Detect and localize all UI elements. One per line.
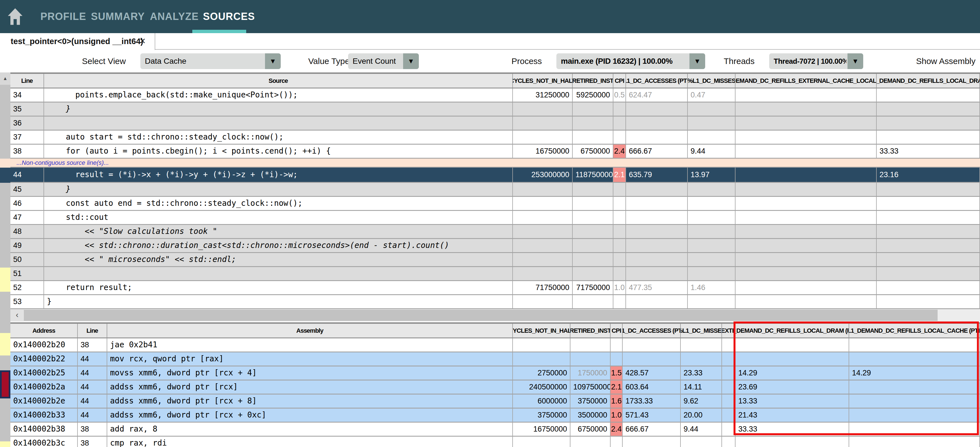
column-header-miss[interactable]: %L1_DC_MISSES [681, 324, 722, 337]
cell-cpi[interactable] [613, 225, 626, 238]
scrollbar-thumb[interactable] [24, 310, 938, 321]
cell-dram[interactable]: 23.16 [877, 168, 980, 182]
cell-code[interactable]: << "Slow calculations took " [44, 225, 513, 238]
cell-retired[interactable] [573, 211, 613, 224]
cell-cycles[interactable]: 16750000 [513, 423, 570, 436]
source-row-38[interactable]: 38 for (auto i = points.cbegin(); i < po… [10, 145, 980, 159]
document-tab[interactable]: test_pointer<0>(unsigned __int64) ✕ [0, 33, 155, 50]
cell-ext[interactable] [735, 267, 877, 280]
cell-retired[interactable]: 109750000 [570, 380, 611, 394]
cell-code[interactable]: } [44, 183, 513, 196]
cell-ext[interactable] [735, 88, 877, 102]
nav-tab-summary[interactable]: SUMMARY [91, 0, 145, 33]
cell-miss[interactable]: 13.97 [688, 168, 735, 182]
cell-address[interactable]: 0x140002b38 [10, 423, 78, 436]
cell-line[interactable]: 52 [10, 281, 44, 294]
column-header-dram[interactable]: L1_DEMAND_DC_REFILLS_LOCAL_DRAM [877, 74, 980, 87]
cell-miss[interactable] [681, 338, 722, 352]
cell-ext[interactable] [722, 338, 735, 352]
cell-l1[interactable] [626, 102, 688, 116]
cell-dram[interactable]: 33.33 [735, 423, 849, 436]
cell-miss[interactable] [688, 102, 735, 116]
cell-code[interactable]: return result; [44, 281, 513, 294]
scroll-left-icon[interactable]: ‹ [10, 309, 24, 321]
cell-cycles[interactable] [513, 295, 573, 308]
scroll-marker-strip[interactable]: ▲ [0, 72, 10, 447]
cell-cycles[interactable] [513, 197, 573, 210]
cell-cache[interactable]: 14.29 [849, 366, 980, 380]
threads-dropdown[interactable]: Thread-7072 | 100.00% ▼ [769, 53, 863, 69]
source-row-53[interactable]: 53} [10, 295, 980, 309]
column-header-address[interactable]: Address [10, 324, 78, 337]
cell-address[interactable]: 0x140002b33 [10, 409, 78, 422]
cell-retired[interactable]: 71750000 [573, 281, 613, 294]
cell-retired[interactable]: 118750000 [573, 168, 613, 182]
source-row-45[interactable]: 45 } [10, 183, 980, 197]
cell-retired[interactable] [570, 352, 611, 366]
cell-l1[interactable]: 428.57 [623, 366, 681, 380]
cell-miss[interactable]: 1.46 [688, 281, 735, 294]
cell-miss[interactable]: 9.62 [681, 395, 722, 408]
cell-dram[interactable] [877, 130, 980, 144]
cell-cpi[interactable]: 0.5 [613, 88, 626, 102]
cell-retired[interactable]: 1750000 [570, 366, 611, 380]
cell-retired[interactable] [573, 197, 613, 210]
cell-dram[interactable] [735, 338, 849, 352]
cell-ext[interactable] [735, 183, 877, 196]
cell-ext[interactable] [722, 380, 735, 394]
source-row-52[interactable]: 52 return result;71750000717500001.0477.… [10, 281, 980, 295]
nav-tab-profile[interactable]: PROFILE [40, 0, 86, 33]
cell-dram[interactable]: 14.29 [735, 366, 849, 380]
cell-cycles[interactable] [513, 267, 573, 280]
cell-cpi[interactable] [613, 130, 626, 144]
cell-cpi[interactable] [613, 102, 626, 116]
cell-dram[interactable]: 33.33 [877, 145, 980, 158]
cell-cpi[interactable]: 1.6 [611, 395, 623, 408]
cell-address[interactable]: 0x140002b2a [10, 380, 78, 394]
column-header-asm[interactable]: Assembly [107, 324, 513, 337]
cell-retired[interactable] [573, 183, 613, 196]
cell-cache[interactable] [849, 338, 980, 352]
cell-ext[interactable] [722, 366, 735, 380]
cell-dram[interactable] [877, 88, 980, 102]
cell-cycles[interactable] [513, 338, 570, 352]
cell-l1[interactable] [626, 116, 688, 130]
cell-cpi[interactable]: 1.5 [611, 366, 623, 380]
cell-line[interactable]: 44 [78, 366, 107, 380]
cell-retired[interactable] [573, 225, 613, 238]
select-view-dropdown[interactable]: Data Cache ▼ [140, 53, 281, 69]
cell-cycles[interactable]: 6000000 [513, 395, 570, 408]
cell-miss[interactable] [688, 225, 735, 238]
cell-ext[interactable] [735, 295, 877, 308]
cell-dram[interactable] [735, 352, 849, 366]
cell-line[interactable]: 35 [10, 102, 44, 116]
column-header-ext[interactable]: L1_DEMAND_DC_REFILLS_EXTERNAL_CACHE_LOCA… [735, 74, 877, 87]
asm-row-0x140002b33[interactable]: 0x140002b3344addss xmm6, dword ptr [rcx … [10, 409, 980, 423]
cell-cache[interactable] [849, 409, 980, 422]
cell-retired[interactable]: 6750000 [573, 145, 613, 158]
cell-asm[interactable]: addss xmm6, dword ptr [rcx + 0xc] [107, 409, 513, 422]
cell-line[interactable]: 44 [78, 380, 107, 394]
cell-dram[interactable] [877, 295, 980, 308]
cell-cpi[interactable] [611, 437, 623, 447]
cell-cache[interactable] [849, 437, 980, 447]
asm-row-0x140002b3c[interactable]: 0x140002b3c38cmp rax, rdi [10, 437, 980, 447]
cell-cpi[interactable]: 1.0 [611, 409, 623, 422]
column-header-cpi[interactable]: CPI [611, 324, 623, 337]
cell-cpi[interactable] [613, 183, 626, 196]
nav-tab-analyze[interactable]: ANALYZE [150, 0, 199, 33]
cell-retired[interactable]: 3750000 [570, 395, 611, 408]
column-header-l1[interactable]: L1_DC_ACCESSES (PTI) [626, 74, 688, 87]
chevron-down-icon[interactable]: ▼ [265, 53, 281, 69]
cell-dram[interactable]: 13.33 [735, 395, 849, 408]
cell-dram[interactable] [877, 183, 980, 196]
cell-retired[interactable] [570, 338, 611, 352]
cell-code[interactable] [44, 267, 513, 280]
cell-address[interactable]: 0x140002b2e [10, 395, 78, 408]
column-header-retired[interactable]: RETIRED_INST [570, 324, 611, 337]
cell-cpi[interactable]: 2.4 [611, 423, 623, 436]
cell-miss[interactable] [688, 267, 735, 280]
cell-l1[interactable]: 624.47 [626, 88, 688, 102]
source-row-47[interactable]: 47 std::cout [10, 211, 980, 225]
column-header-cpi[interactable]: CPI [613, 74, 626, 87]
